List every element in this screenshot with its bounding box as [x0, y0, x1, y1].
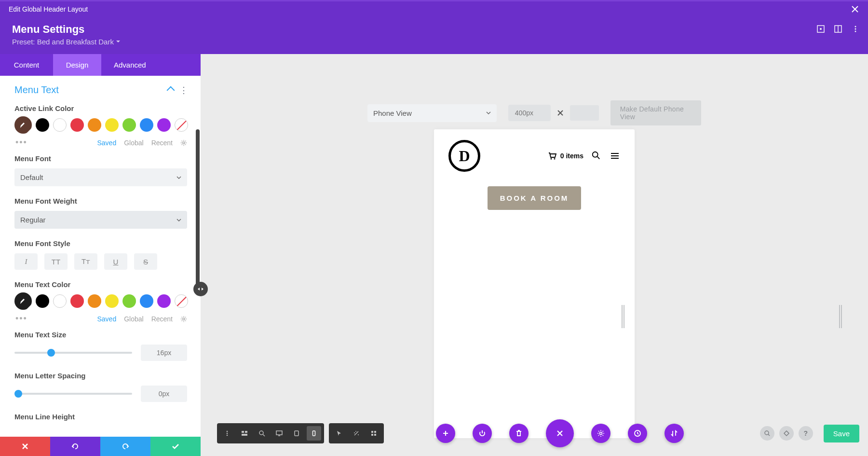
make-default-button[interactable]: Make Default Phone View [610, 100, 701, 125]
swatch-blue[interactable] [140, 118, 153, 132]
chip-global[interactable]: Global [124, 315, 143, 323]
swatch-custom[interactable] [14, 116, 32, 134]
help-icon[interactable]: ? [799, 426, 813, 441]
cart-count-label: 0 items [560, 152, 583, 160]
zoom-tool-icon[interactable] [760, 426, 774, 441]
wireframe-icon[interactable] [237, 426, 252, 441]
clear-width-icon[interactable] [556, 108, 565, 118]
swatch-black[interactable] [36, 118, 49, 132]
more-horiz-icon[interactable]: ••• [15, 314, 27, 324]
more-vert-icon[interactable]: ⋮ [179, 85, 187, 96]
close-icon[interactable] [851, 5, 859, 14]
phone-icon[interactable] [307, 426, 321, 441]
trash-button[interactable] [509, 424, 529, 443]
add-button[interactable] [436, 424, 455, 443]
letter-spacing-slider[interactable] [14, 393, 132, 395]
style-strikethrough[interactable]: S [134, 253, 157, 270]
letter-spacing-value[interactable]: 0px [141, 386, 187, 402]
close-menu-button[interactable] [546, 419, 574, 447]
desktop-icon[interactable] [272, 426, 286, 441]
swatch-none[interactable] [175, 294, 188, 308]
swatch-purple[interactable] [157, 294, 171, 308]
menu-font-weight-select[interactable]: Regular [14, 211, 187, 229]
tab-advanced[interactable]: Advanced [101, 54, 201, 76]
chip-recent[interactable]: Recent [151, 315, 173, 323]
gear-icon[interactable] [180, 139, 187, 146]
book-room-button[interactable]: BOOK A ROOM [488, 186, 582, 210]
style-underline[interactable]: U [104, 253, 127, 270]
search-icon[interactable] [591, 151, 602, 161]
swatch-red[interactable] [70, 294, 84, 308]
discard-button[interactable] [0, 437, 50, 456]
swatch-white[interactable] [53, 294, 67, 308]
svg-rect-26 [295, 431, 298, 436]
text-size-slider[interactable] [14, 352, 132, 354]
viewport-height-input[interactable] [570, 105, 599, 121]
swatch-red[interactable] [70, 118, 84, 132]
chip-global[interactable]: Global [124, 139, 143, 147]
undo-button[interactable] [50, 437, 100, 456]
sort-button[interactable] [665, 424, 684, 443]
save-button[interactable]: Save [824, 425, 859, 442]
viewport-width-input[interactable]: 400px [508, 105, 551, 121]
svg-point-7 [183, 141, 185, 143]
swatch-orange[interactable] [88, 294, 101, 308]
label-menu-font: Menu Font [14, 154, 187, 163]
expand-toggle-icon[interactable] [193, 282, 208, 296]
chevron-up-icon[interactable] [167, 86, 175, 94]
swatch-green[interactable] [122, 294, 136, 308]
resize-handle-left[interactable] [622, 305, 624, 328]
swatch-none[interactable] [175, 118, 188, 132]
label-menu-text-color: Menu Text Color [14, 280, 187, 289]
wand-icon[interactable] [349, 426, 364, 441]
chip-recent[interactable]: Recent [151, 139, 173, 147]
chip-saved[interactable]: Saved [97, 139, 116, 147]
tablet-icon[interactable] [289, 426, 304, 441]
swatch-yellow[interactable] [105, 118, 119, 132]
tab-design[interactable]: Design [53, 54, 101, 76]
power-button[interactable] [473, 424, 492, 443]
style-italic[interactable]: I [14, 253, 38, 270]
logo[interactable]: D [448, 140, 480, 172]
menu-font-select[interactable]: Default [14, 168, 187, 186]
right-tools: ? Save [760, 425, 859, 442]
scrollbar[interactable] [196, 129, 200, 289]
swatch-blue[interactable] [140, 294, 153, 308]
resize-handle-right[interactable] [839, 305, 841, 328]
grid-icon[interactable] [366, 426, 381, 441]
cursor-icon[interactable] [332, 426, 346, 441]
history-button[interactable] [628, 424, 647, 443]
label-menu-font-style: Menu Font Style [14, 239, 187, 248]
layout-tools-segment [217, 423, 324, 443]
redo-button[interactable] [100, 437, 150, 456]
swatch-white[interactable] [53, 118, 67, 132]
confirm-button[interactable] [150, 437, 201, 456]
more-vert-icon[interactable] [852, 25, 859, 33]
svg-point-5 [855, 28, 856, 30]
swatch-black[interactable] [36, 294, 49, 308]
hamburger-icon[interactable] [610, 151, 620, 161]
text-size-value[interactable]: 16px [141, 345, 187, 361]
swatch-custom[interactable] [14, 292, 32, 310]
style-uppercase[interactable]: TT [44, 253, 68, 270]
more-vert-icon[interactable] [220, 426, 234, 441]
swatch-purple[interactable] [157, 118, 171, 132]
lozenge-icon[interactable] [779, 426, 794, 441]
columns-icon[interactable] [834, 25, 842, 33]
cart-items[interactable]: 0 items [548, 152, 583, 160]
tab-content[interactable]: Content [0, 54, 53, 76]
style-smallcaps[interactable]: Tᴛ [74, 253, 97, 270]
preset-selector[interactable]: Preset: Bed and Breakfast Dark [12, 38, 817, 46]
settings-button[interactable] [591, 424, 610, 443]
swatch-orange[interactable] [88, 118, 101, 132]
focus-icon[interactable] [817, 25, 825, 33]
gear-icon[interactable] [180, 316, 187, 322]
swatch-yellow[interactable] [105, 294, 119, 308]
zoom-icon[interactable] [255, 426, 269, 441]
fab-row [436, 419, 684, 447]
chip-saved[interactable]: Saved [97, 315, 116, 323]
viewport-select[interactable]: Phone View [367, 104, 497, 122]
section-title[interactable]: Menu Text [14, 84, 168, 96]
more-horiz-icon[interactable]: ••• [15, 138, 27, 148]
swatch-green[interactable] [122, 118, 136, 132]
